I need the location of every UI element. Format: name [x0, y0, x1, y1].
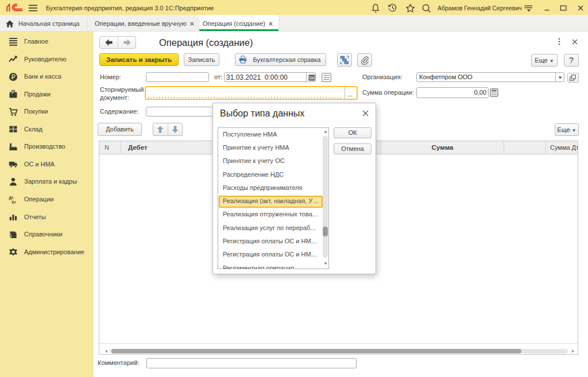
svg-text:Кт: Кт — [12, 200, 16, 204]
svg-text:Дт: Дт — [9, 195, 14, 200]
